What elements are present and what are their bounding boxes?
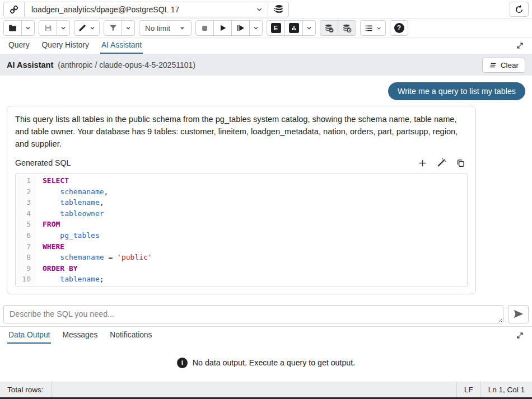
commit-button[interactable] [320,20,338,36]
connection-selector[interactable]: loadgen_analytics/dpage@PostgreSQL 17 [24,2,268,17]
sql-line: 2 schemaname, [16,186,467,198]
tab-query[interactable]: Query [7,37,31,54]
expand-panel-button[interactable] [516,37,524,54]
sql-line-text: SELECT [36,175,69,186]
explain-analyze-button[interactable] [284,20,303,36]
line-number: 2 [16,186,36,198]
data-output-empty-state: i No data output. Execute a query to get… [0,344,532,382]
filter-button[interactable] [104,20,122,36]
sql-line-text: ORDER BY [36,263,78,274]
play-to-cursor-icon [236,24,245,32]
filter-group [104,20,135,36]
execute-menu-button[interactable] [249,20,263,36]
editor-tabbar: Query Query History AI Assistant [0,37,532,54]
generated-sql-label: Generated SQL [15,158,71,167]
output-tabbar: Data Output Messages Notifications [0,326,532,344]
list-icon [364,24,374,33]
status-divider [51,382,52,397]
connection-status-button[interactable] [3,2,25,17]
transaction-group [320,20,356,36]
chevron-down-icon [255,6,263,13]
sql-line: 1SELECT [16,175,467,186]
tab-notifications[interactable]: Notifications [109,327,153,344]
sql-line: 10 tablename; [16,274,467,285]
help-question-icon: ? [394,23,404,33]
stop-button[interactable] [195,20,214,36]
cursor-position: Ln 1, Col 1 [481,382,532,397]
edit-menu-button[interactable] [74,20,100,36]
clear-all-icon [489,61,497,69]
tab-data-output[interactable]: Data Output [7,327,51,344]
line-number: 4 [16,208,36,219]
dropdown-arrow-icon [179,25,185,31]
open-file-button[interactable] [3,20,22,36]
sql-line-text: schemaname, [36,186,108,198]
rollback-button[interactable] [338,20,356,36]
total-rows-label: Total rows: [0,382,51,397]
generated-sql-code-block[interactable]: 1SELECT2 schemaname,3 tablename,4 tableo… [15,173,468,287]
save-file-menu-button[interactable] [57,20,70,36]
expand-output-button[interactable] [516,327,524,344]
tab-messages[interactable]: Messages [61,327,99,344]
sql-line-text: FROM [36,219,60,230]
sql-line: 8 schemaname = 'public' [16,252,467,263]
tab-ai-assistant[interactable]: AI Assistant [100,37,143,54]
explain-analyze-chart-icon [289,23,299,33]
open-file-menu-button[interactable] [21,20,35,36]
execute-group [195,20,263,36]
rollback-database-undo-icon [342,23,352,34]
insert-sql-button[interactable] [415,156,430,170]
connection-group: loadgen_analytics/dpage@PostgreSQL 17 [3,2,289,17]
magic-wand-icon [436,158,446,168]
save-file-button[interactable] [39,20,57,36]
prompt-input[interactable] [3,305,503,323]
help-button[interactable]: ? [390,20,408,36]
row-limit-value: No limit [145,24,170,32]
send-button[interactable] [508,305,529,323]
reset-layout-button[interactable] [510,2,529,17]
tab-query-history[interactable]: Query History [41,37,90,54]
play-icon [218,24,227,32]
copy-sql-button[interactable] [453,156,468,170]
sql-line-text: pg_tables [36,230,100,241]
line-number: 9 [16,263,36,274]
info-icon: i [177,358,188,368]
user-message-bubble: Write me a query to list my tables [388,82,525,100]
expand-diagonal-icon [516,331,524,340]
chevron-down-icon [376,25,382,31]
connection-bar: loadgen_analytics/dpage@PostgreSQL 17 [0,0,532,19]
save-file-group [39,20,70,36]
sql-line-text: tablename; [36,274,104,285]
execute-to-cursor-button[interactable] [231,20,250,36]
empty-output-message: No data output. Execute a query to get o… [193,358,355,367]
sql-line: 6 pg_tables [16,230,467,241]
help-group: ? [390,20,408,36]
generated-sql-actions [415,156,468,170]
stop-square-icon [200,24,209,32]
explain-menu-button[interactable] [302,20,316,36]
sql-line-text: tablename, [36,197,104,208]
pencil-icon [78,24,87,32]
new-connection-button[interactable] [268,2,289,17]
macro-menu-button[interactable] [360,20,386,36]
query-toolbar: No limit E [0,19,532,37]
ai-assistant-header: AI Assistant (anthropic / claude-opus-4-… [0,54,532,76]
eol-indicator[interactable]: LF [457,382,480,397]
assistant-response-text: This query lists all tables in the publi… [15,113,468,150]
refine-sql-button[interactable] [434,156,449,170]
execute-button[interactable] [213,20,232,36]
clear-button-label: Clear [501,61,519,69]
explain-button[interactable]: E [267,20,285,36]
explain-e-icon: E [271,23,281,33]
macro-group [360,20,386,36]
filter-funnel-icon [109,24,118,32]
filter-menu-button[interactable] [122,20,135,36]
status-bar-right: LF Ln 1, Col 1 [456,382,532,397]
line-number: 1 [16,175,36,186]
prompt-row [0,302,532,326]
row-limit-select[interactable]: No limit [139,20,192,36]
user-message-row: Write me a query to list my tables [0,82,532,100]
sql-line-text: schemaname = 'public' [36,252,152,263]
clear-button[interactable]: Clear [482,58,525,73]
explain-group: E [267,20,316,36]
